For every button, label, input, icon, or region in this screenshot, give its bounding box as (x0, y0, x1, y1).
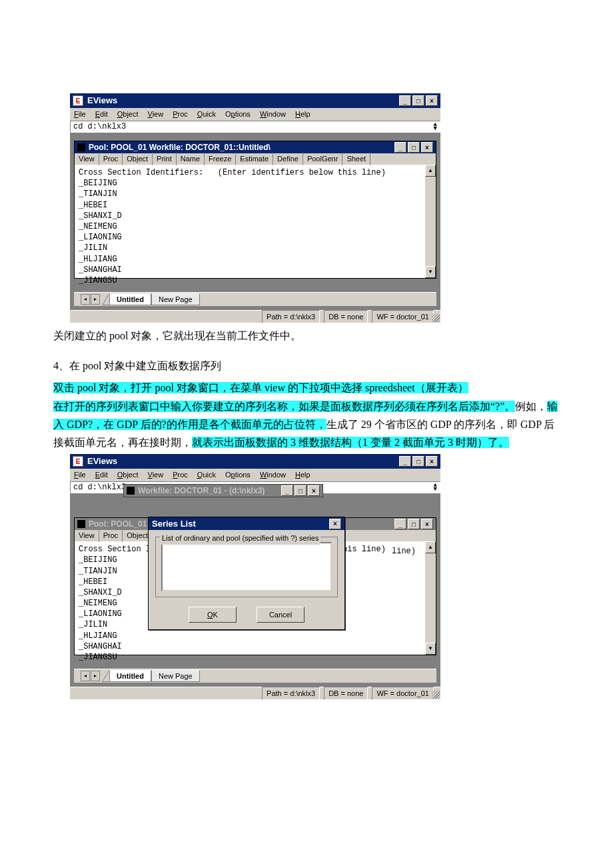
pool-minimize-button[interactable]: _ (394, 142, 406, 153)
workfile-tabs: ◂ ▸ Untitled New Page (74, 292, 436, 306)
command-scroll[interactable]: ▲▼ (434, 123, 437, 131)
menu-edit[interactable]: Edit (95, 108, 108, 121)
status-bar: Path = d:\nklx3 DB = none WF = doctor_01 (70, 687, 440, 699)
command-text: cd d:\nklx3 (73, 481, 126, 494)
wf-maximize-button[interactable]: □ (295, 485, 306, 496)
maximize-button[interactable]: □ (412, 95, 424, 106)
tab-prev[interactable]: ◂ (81, 294, 90, 305)
menu-proc[interactable]: Proc (173, 108, 188, 121)
titlebar[interactable]: E EViews _ □ × (70, 93, 440, 108)
series-list-dialog: Series List × List of ordinary and pool … (148, 517, 345, 630)
wf-minimize-button[interactable]: _ (281, 485, 293, 496)
ok-button[interactable]: OK (189, 607, 237, 623)
tb-proc[interactable]: Proc (99, 153, 123, 165)
workfile-window-inactive[interactable]: Workfile: DOCTOR_01 - (d:\nklx3) _ □ × (123, 484, 323, 497)
close-button[interactable]: × (426, 456, 438, 467)
menu-object[interactable]: Object (117, 108, 139, 121)
dialog-title: Series List (152, 517, 329, 531)
tab-untitled[interactable]: Untitled (109, 670, 151, 682)
menu-options[interactable]: Options (225, 469, 251, 481)
tb-view[interactable]: View (75, 529, 99, 542)
tb-object[interactable]: Object (123, 153, 153, 165)
pool-textarea[interactable]: Cross Section Identifiers: (Enter identi… (75, 165, 425, 278)
app-icon: E (73, 456, 83, 467)
tb-proc[interactable]: Proc (99, 529, 123, 542)
pool-window: Pool: POOL_01 Workfile: DOCTOR_01::Untit… (74, 141, 436, 279)
pool-icon (77, 143, 85, 151)
workfile-title: Workfile: DOCTOR_01 - (d:\nklx3) (138, 484, 281, 497)
tb-view[interactable]: View (75, 153, 99, 165)
tb-sheet[interactable]: Sheet (342, 153, 370, 165)
tab-next[interactable]: ▸ (91, 671, 100, 681)
scrollbar[interactable]: ▲▼ (425, 541, 436, 655)
tab-prev[interactable]: ◂ (81, 671, 90, 681)
menu-quick[interactable]: Quick (197, 108, 216, 121)
tb-estimate[interactable]: Estimate (236, 153, 273, 165)
tb-poolgenr[interactable]: PoolGenr (303, 153, 342, 165)
menu-view[interactable]: View (148, 108, 164, 121)
pool-titlebar[interactable]: Pool: POOL_01 Workfile: DOCTOR_01::Untit… (75, 141, 436, 153)
minimize-button[interactable]: _ (399, 456, 411, 467)
menu-bar: File Edit Object View Proc Quick Options… (70, 108, 440, 121)
menu-file[interactable]: File (74, 108, 86, 121)
menu-file[interactable]: File (74, 469, 86, 481)
menu-window[interactable]: Window (260, 108, 286, 121)
minimize-button[interactable]: _ (399, 95, 411, 106)
app-title: EViews (87, 93, 399, 108)
menu-proc[interactable]: Proc (173, 469, 188, 481)
visible-text-fragment: line) (392, 545, 416, 558)
maximize-button[interactable]: □ (412, 456, 424, 467)
tab-newpage[interactable]: New Page (151, 293, 200, 305)
dialog-titlebar[interactable]: Series List × (149, 517, 344, 530)
tab-untitled[interactable]: Untitled (109, 293, 151, 305)
fieldset-legend: List of ordinary and pool (specified wit… (160, 532, 320, 545)
pool-close-button[interactable]: × (421, 142, 433, 153)
pool-close-button[interactable]: × (421, 519, 433, 529)
pool-maximize-button[interactable]: □ (408, 519, 420, 529)
pool-window-inactive: Pool: POOL_01 Workfile: DOCTOR_01::Untit… (74, 517, 436, 655)
para-step4: 4、在 pool 对象中建立面板数据序列 (53, 357, 560, 375)
tab-newpage[interactable]: New Page (151, 670, 200, 682)
command-input[interactable]: cd d:\nklx3 ▲▼ (70, 121, 440, 133)
tb-print[interactable]: Print (153, 153, 177, 165)
menu-bar: File Edit Object View Proc Quick Options… (70, 469, 440, 481)
hl-instruction-2e: 就表示出面板数据的 3 维数据结构（1 变量 2 截面单元 3 时期）了。 (192, 437, 509, 448)
pool-maximize-button[interactable]: □ (408, 142, 420, 153)
tab-next[interactable]: ▸ (91, 294, 100, 305)
tb-define[interactable]: Define (273, 153, 303, 165)
series-fieldset: List of ordinary and pool (specified wit… (155, 537, 338, 597)
dialog-close-button[interactable]: × (329, 519, 341, 529)
resize-grip-icon[interactable] (432, 691, 440, 699)
menu-edit[interactable]: Edit (95, 469, 108, 481)
titlebar[interactable]: E EViews _ □ × (70, 454, 440, 469)
pool-icon (77, 520, 85, 528)
wf-close-button[interactable]: × (308, 485, 320, 496)
app-title: EViews (87, 454, 399, 469)
menu-options[interactable]: Options (225, 108, 251, 121)
menu-help[interactable]: Help (295, 469, 310, 481)
menu-quick[interactable]: Quick (197, 469, 216, 481)
cancel-button[interactable]: Cancel (257, 607, 305, 623)
hl-instruction-2a: 在打开的序列列表窗口中输入你要建立的序列名称，如果是面板数据序列必须在序列名后添… (53, 401, 515, 412)
menu-help[interactable]: Help (295, 108, 310, 121)
close-button[interactable]: × (426, 95, 438, 106)
status-wf: WF = doctor_01 (372, 687, 434, 701)
mdi-area: Workfile: DOCTOR_01 - (d:\nklx3) _ □ × P… (70, 493, 440, 687)
status-wf: WF = doctor_01 (372, 310, 434, 324)
tb-name[interactable]: Name (177, 153, 205, 165)
menu-object[interactable]: Object (117, 469, 139, 481)
para-close-pool: 关闭建立的 pool 对象，它就出现在当前工作文件中。 (53, 327, 560, 345)
scrollbar[interactable]: ▲▼ (425, 165, 436, 278)
command-scroll[interactable]: ▲▼ (434, 483, 437, 491)
series-input[interactable] (161, 542, 332, 591)
menu-view[interactable]: View (148, 469, 164, 481)
tb-freeze[interactable]: Freeze (205, 153, 236, 165)
status-path: Path = d:\nklx3 (262, 310, 320, 324)
eviews-window-2: E EViews _ □ × File Edit Object View Pro… (70, 454, 440, 699)
pool-minimize-button[interactable]: _ (394, 519, 406, 529)
status-db: DB = none (324, 687, 368, 701)
menu-window[interactable]: Window (260, 469, 286, 481)
resize-grip-icon[interactable] (432, 314, 440, 322)
status-db: DB = none (324, 310, 368, 324)
txt-eg: 例如， (515, 401, 547, 412)
